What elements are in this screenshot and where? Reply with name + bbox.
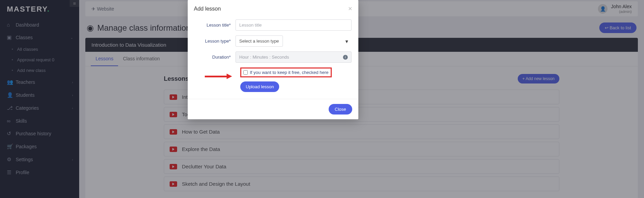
lesson-title-label: Lesson title* (195, 22, 235, 28)
duration-placeholder: Hour : Minutes : Seconds (239, 55, 289, 60)
keep-free-label: If you want to keep it free, checked her… (250, 70, 329, 75)
keep-free-checkbox[interactable] (243, 70, 248, 75)
lesson-type-label: Lesson type* (195, 39, 235, 44)
duration-input[interactable]: Hour : Minutes : Seconds i (235, 51, 352, 63)
info-icon[interactable]: i (343, 55, 348, 60)
lesson-title-input[interactable] (235, 19, 352, 31)
keep-free-checkbox-row[interactable]: If you want to keep it free, checked her… (240, 67, 332, 77)
close-button[interactable]: Close (329, 104, 352, 115)
duration-label: Duration* (195, 55, 235, 60)
modal-title: Add lesson (194, 6, 221, 12)
upload-lesson-button[interactable]: Upload lesson (240, 81, 279, 92)
add-lesson-modal: Add lesson × Lesson title* Lesson type* … (188, 0, 358, 119)
lesson-type-select[interactable]: Select a lesson type (235, 35, 283, 47)
close-icon[interactable]: × (348, 5, 352, 13)
